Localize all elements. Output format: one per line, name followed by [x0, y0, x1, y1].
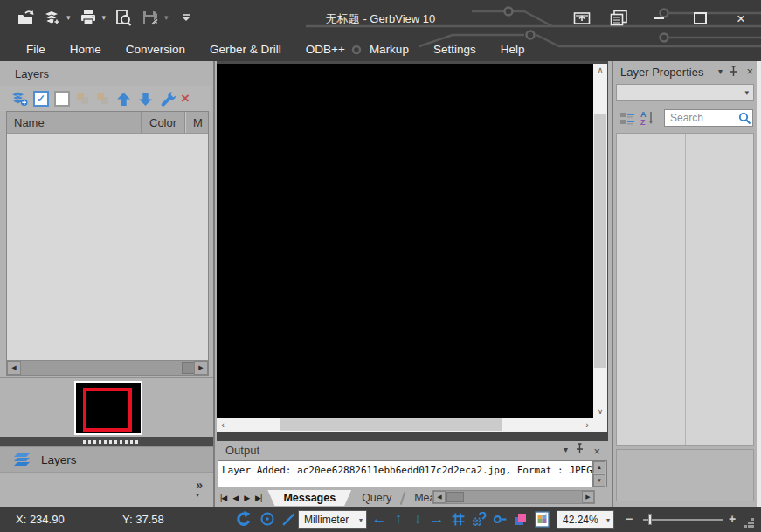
nav-last-icon[interactable]: ▶| [255, 494, 261, 502]
panel-pin-icon[interactable] [729, 66, 738, 79]
show-all-checkbox-icon[interactable]: ✓ [33, 91, 49, 107]
scroll-right-icon[interactable]: › [581, 418, 593, 432]
layers-table-hscrollbar[interactable]: ◀ ▶ [7, 360, 208, 375]
output-vscrollbar[interactable]: ▲ ▼ [592, 461, 606, 487]
pan-right-icon[interactable]: → [428, 510, 446, 528]
scroll-right-icon[interactable]: ▶ [582, 491, 594, 503]
measure-line-icon[interactable] [280, 510, 297, 528]
dock-tab-layers[interactable]: Layers [0, 446, 213, 473]
grid-icon[interactable] [449, 510, 467, 528]
overflow-chevron-icon[interactable]: » [196, 478, 203, 492]
layers-panel: Layers ✓ × Name Color M [0, 61, 215, 507]
scroll-up-icon[interactable]: ▲ [593, 461, 605, 473]
move-down-icon[interactable] [137, 91, 154, 107]
canvas-vscrollbar[interactable]: ∧ ∨ [593, 64, 607, 418]
tab-conversion[interactable]: Conversion [126, 43, 185, 56]
undo-view-icon[interactable] [234, 510, 252, 528]
scroll-left-icon[interactable]: ◀ [7, 361, 21, 375]
scroll-down-icon[interactable]: ∨ [593, 405, 607, 418]
scrollbar-thumb[interactable] [182, 362, 195, 374]
pan-up-icon[interactable]: ↑ [390, 510, 407, 528]
zoom-slider-track[interactable] [643, 519, 723, 521]
canvas-output-divider [217, 432, 608, 441]
output-tab-messages[interactable]: Messages [267, 490, 351, 506]
tab-odb[interactable]: ODB++ [306, 43, 345, 56]
nav-prev-icon[interactable]: ◀ [232, 494, 238, 502]
switch-windows-icon[interactable] [605, 9, 632, 28]
tab-help[interactable]: Help [501, 43, 525, 56]
scrollbar-thumb[interactable] [280, 418, 502, 431]
column-m[interactable]: M [186, 112, 208, 133]
move-up-icon[interactable] [115, 91, 132, 107]
panel-footer: » ▾ [0, 473, 213, 507]
canvas-hscrollbar[interactable]: ‹ › [217, 418, 593, 432]
scroll-left-icon[interactable]: ‹ [217, 418, 229, 432]
add-layer-icon[interactable] [11, 91, 28, 107]
vertex-snap-icon[interactable] [491, 510, 508, 528]
pan-left-icon[interactable]: ← [370, 510, 388, 528]
categorized-view-icon[interactable] [619, 110, 635, 126]
cursor-y-readout: Y: 37.58 [122, 513, 164, 526]
overflow-caret-icon[interactable]: ▾ [196, 491, 199, 499]
scroll-up-icon[interactable]: ∧ [593, 64, 607, 76]
scroll-left-icon[interactable]: ◀ [433, 491, 446, 503]
unit-combobox[interactable]: Millimeter ▾ [298, 510, 367, 529]
alphabetical-sort-icon[interactable]: AZ [640, 110, 656, 126]
layer-thumbnail[interactable] [74, 381, 142, 435]
output-panel-header: Output ▾ × [217, 441, 608, 460]
window-controls: × [569, 9, 754, 28]
minimize-icon[interactable] [646, 9, 672, 28]
combobox-caret-icon: ▾ [606, 516, 610, 524]
zoom-in-icon[interactable]: + [729, 512, 736, 526]
ribbon-tab-bar: File Home Conversion Gerber & Drill ODB+… [0, 37, 761, 61]
panel-pin-icon[interactable] [575, 443, 585, 456]
grid-divider [685, 134, 686, 445]
nav-first-icon[interactable]: |◀ [220, 494, 226, 502]
output-tabs-hscrollbar[interactable]: ◀ ▶ [432, 490, 595, 504]
scrollbar-corner [593, 418, 607, 432]
layer-settings-icon[interactable] [159, 91, 176, 107]
snap-grid-icon[interactable] [470, 510, 488, 528]
output-message-box[interactable]: Layer Added: ac20ee62882611ebb6edd017c2d… [218, 460, 607, 487]
colors-icon[interactable] [512, 510, 529, 528]
zoom-out-icon[interactable]: − [626, 512, 633, 526]
panel-dropdown-icon[interactable]: ▾ [564, 445, 568, 454]
panel-dropdown-icon[interactable]: ▾ [718, 66, 723, 76]
scroll-right-icon[interactable]: ▶ [194, 361, 208, 375]
column-color[interactable]: Color [142, 112, 186, 133]
origin-circle-icon[interactable] [259, 510, 276, 528]
layers-icon [14, 453, 30, 466]
panel-splitter-grip[interactable] [0, 437, 213, 446]
panel-close-icon[interactable]: × [746, 65, 753, 78]
tab-settings[interactable]: Settings [433, 43, 476, 56]
hide-all-checkbox-icon[interactable] [54, 91, 70, 107]
scrollbar-thumb[interactable] [446, 492, 464, 502]
layer-properties-panel: Layer Properties ▾ × ▾ AZ [612, 61, 761, 507]
scroll-down-icon[interactable]: ▼ [593, 474, 605, 487]
search-icon[interactable] [737, 110, 752, 126]
panel-close-icon[interactable]: × [593, 445, 600, 458]
layers-table: Name Color M ◀ ▶ [6, 111, 209, 376]
tab-gerber-drill[interactable]: Gerber & Drill [210, 43, 281, 56]
output-tab-query[interactable]: Query [351, 490, 402, 506]
gerber-canvas[interactable] [217, 64, 593, 418]
layer-selector-combobox[interactable]: ▾ [616, 84, 754, 101]
zoom-slider-handle[interactable] [648, 514, 652, 525]
tab-home[interactable]: Home [70, 43, 101, 56]
resize-grip-icon[interactable] [741, 514, 758, 531]
zoom-combobox[interactable]: 42.24% ▾ [557, 510, 614, 529]
right-edge-strip [757, 61, 761, 507]
scrollbar-thumb[interactable] [594, 114, 606, 368]
minimize-ribbon-icon[interactable] [569, 9, 595, 28]
maximize-icon[interactable] [687, 9, 713, 28]
search-input[interactable] [665, 111, 737, 125]
tab-markup[interactable]: Markup [370, 43, 409, 56]
pan-down-icon[interactable]: ↓ [409, 510, 426, 528]
image-icon[interactable] [533, 510, 550, 528]
column-name[interactable]: Name [7, 112, 142, 133]
output-message: Layer Added: ac20ee62882611ebb6edd017c2d… [218, 461, 606, 480]
close-icon[interactable]: × [728, 9, 754, 28]
nav-next-icon[interactable]: ▶ [244, 494, 249, 502]
delete-layer-icon[interactable]: × [181, 92, 190, 106]
tab-file[interactable]: File [26, 43, 45, 56]
